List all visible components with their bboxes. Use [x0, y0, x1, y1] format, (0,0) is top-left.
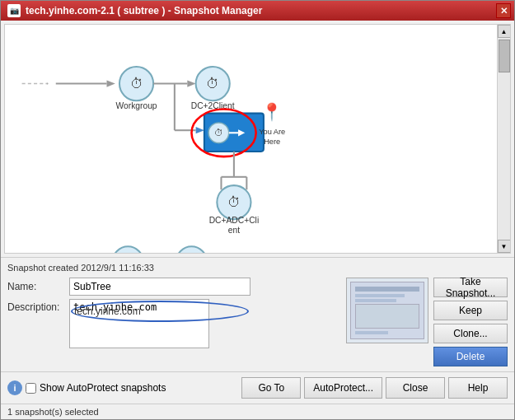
thumb-bar3	[355, 331, 388, 334]
autoprotect-label: Show AutoProtect snapshots	[40, 382, 166, 394]
form-area: Name: Description: tech.yinhe.com	[7, 278, 339, 354]
status-bar: 1 snapshot(s) selected	[1, 404, 514, 419]
svg-text:⏱: ⏱	[130, 76, 143, 91]
autoprotect-checkbox[interactable]	[26, 383, 36, 394]
close-window-button[interactable]: ✕	[496, 3, 511, 18]
go-to-button[interactable]: Go To	[241, 377, 301, 399]
titlebar-text: tech.yinhe.com-2.1 ( subtree ) - Snapsho…	[26, 5, 262, 16]
svg-text:DC+ADC+Cli: DC+ADC+Cli	[209, 216, 260, 225]
name-label: Name:	[7, 281, 69, 292]
scroll-up-button[interactable]: ▲	[498, 25, 511, 38]
take-snapshot-button[interactable]: Take Snapshot...	[433, 278, 508, 297]
svg-text:⏱: ⏱	[206, 76, 219, 91]
titlebar-icon: 📷	[7, 4, 21, 17]
svg-marker-15	[196, 127, 204, 133]
canvas-scrollbar[interactable]: ▲ ▼	[497, 25, 510, 253]
info-icon: i	[7, 380, 22, 395]
name-input[interactable]	[69, 278, 250, 296]
help-button[interactable]: Help	[448, 377, 508, 399]
clone-button[interactable]: Clone...	[433, 324, 508, 343]
main-content: ⏱ Workgroup ⏱ DC+2Client	[1, 21, 514, 419]
snapshot-created-text: Snapshot created 2012/9/1 11:16:33	[7, 263, 508, 273]
svg-text:ent: ent	[228, 226, 240, 235]
thumb-main	[355, 304, 419, 329]
diagram-svg: ⏱ Workgroup ⏱ DC+2Client	[5, 25, 497, 253]
autoprotect-button[interactable]: AutoProtect...	[304, 377, 382, 399]
description-input[interactable]	[69, 299, 209, 348]
diagram-area: ⏱ Workgroup ⏱ DC+2Client	[5, 25, 497, 253]
info-panel: Snapshot created 2012/9/1 11:16:33 Name:…	[1, 257, 514, 371]
thumb-header	[355, 287, 419, 292]
svg-marker-1	[107, 80, 115, 86]
snapshot-canvas: ⏱ Workgroup ⏱ DC+2Client	[4, 24, 511, 254]
svg-text:Here: Here	[264, 138, 280, 146]
svg-text:You Are: You Are	[259, 128, 285, 136]
autoprotect-check-area: i Show AutoProtect snapshots	[7, 380, 166, 395]
delete-button[interactable]: Delete	[433, 347, 508, 366]
titlebar: 📷 tech.yinhe.com-2.1 ( subtree ) - Snaps…	[1, 1, 514, 21]
side-buttons: Take Snapshot... Keep Clone... Delete	[433, 278, 508, 366]
thumbnail-inner	[350, 282, 424, 339]
scroll-down-button[interactable]: ▼	[498, 240, 511, 253]
description-row: Description: tech.yinhe.com	[7, 299, 339, 351]
titlebar-title: 📷 tech.yinhe.com-2.1 ( subtree ) - Snaps…	[7, 4, 262, 17]
scrollbar-track	[498, 38, 510, 240]
svg-text:Workgroup: Workgroup	[115, 101, 157, 110]
description-container: tech.yinhe.com	[69, 299, 250, 351]
name-row: Name:	[7, 278, 339, 296]
svg-point-40	[176, 246, 207, 253]
keep-button[interactable]: Keep	[433, 301, 508, 320]
svg-point-36	[113, 246, 143, 253]
bottom-action-row: i Show AutoProtect snapshots Go To AutoP…	[1, 371, 514, 404]
scrollbar-thumb[interactable]	[499, 40, 510, 72]
thumb-bar2	[355, 299, 396, 302]
status-text: 1 snapshot(s) selected	[7, 407, 99, 417]
snapshot-thumbnail	[346, 278, 428, 343]
thumb-bar1	[355, 294, 405, 297]
svg-marker-8	[187, 80, 195, 86]
svg-text:⏱: ⏱	[227, 194, 241, 209]
description-label: Description:	[7, 299, 69, 313]
svg-text:⏱: ⏱	[214, 128, 223, 138]
main-window: 📷 tech.yinhe.com-2.1 ( subtree ) - Snaps…	[0, 0, 515, 420]
svg-text:📍: 📍	[261, 101, 283, 123]
close-button[interactable]: Close	[386, 377, 445, 399]
